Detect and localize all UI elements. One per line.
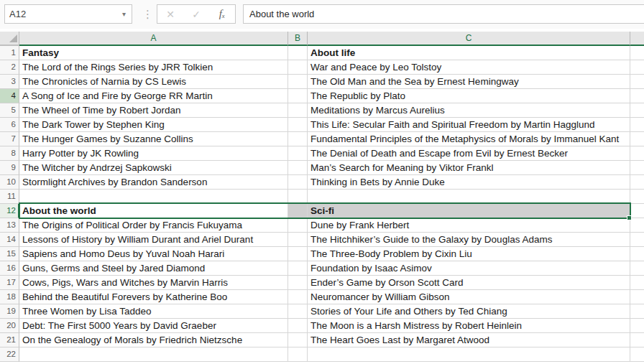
- row-header-16[interactable]: 16: [0, 261, 19, 276]
- cell-A21[interactable]: On the Genealogy of Morals by Friedrich …: [19, 333, 288, 347]
- cell-D13[interactable]: [630, 218, 644, 233]
- row-header-9[interactable]: 9: [0, 161, 19, 175]
- cell-D15[interactable]: [630, 247, 644, 261]
- cell-D17[interactable]: [630, 276, 644, 290]
- row-header-6[interactable]: 6: [0, 118, 19, 132]
- cell-D1[interactable]: [630, 46, 644, 60]
- cell-A18[interactable]: Behind the Beautiful Forevers by Katheri…: [19, 290, 288, 304]
- cell-B7[interactable]: [288, 132, 308, 146]
- cell-A5[interactable]: The Wheel of Time by Robert Jordan: [19, 103, 288, 118]
- cell-A20[interactable]: Debt: The First 5000 Years by David Grae…: [19, 319, 288, 333]
- cell-C4[interactable]: The Republic by Plato: [308, 89, 630, 103]
- name-box[interactable]: A12 ▾: [4, 4, 132, 24]
- row-header-18[interactable]: 18: [0, 290, 19, 304]
- cell-A9[interactable]: The Witcher by Andrzej Sapkowski: [19, 161, 288, 175]
- column-header-sliver[interactable]: [630, 32, 644, 46]
- cell-A4[interactable]: A Song of Ice and Fire by George RR Mart…: [19, 89, 288, 103]
- row-header-21[interactable]: 21: [0, 333, 19, 347]
- cell-C13[interactable]: Dune by Frank Herbert: [308, 218, 630, 233]
- cell-A10[interactable]: Stormlight Archives by Brandon Sanderson: [19, 175, 288, 190]
- cell-C10[interactable]: Thinking in Bets by Annie Duke: [308, 175, 630, 190]
- cell-A8[interactable]: Harry Potter by JK Rowling: [19, 146, 288, 161]
- row-header-19[interactable]: 19: [0, 304, 19, 319]
- cell-B19[interactable]: [288, 304, 308, 319]
- cell-C21[interactable]: The Heart Goes Last by Margaret Atwood: [308, 333, 630, 347]
- cell-B5[interactable]: [288, 103, 308, 118]
- cell-A3[interactable]: The Chronicles of Narnia by CS Lewis: [19, 75, 288, 89]
- cell-A11[interactable]: [19, 190, 288, 204]
- cell-D11[interactable]: [630, 190, 644, 204]
- cell-D10[interactable]: [630, 175, 644, 190]
- cancel-icon[interactable]: ✕: [157, 5, 183, 23]
- cell-B3[interactable]: [288, 75, 308, 89]
- cell-D9[interactable]: [630, 161, 644, 175]
- select-all-button[interactable]: [0, 32, 19, 46]
- cell-D14[interactable]: [630, 233, 644, 247]
- row-header-20[interactable]: 20: [0, 319, 19, 333]
- cell-C15[interactable]: The Three-Body Problem by Cixin Liu: [308, 247, 630, 261]
- cell-C8[interactable]: The Denial of Death and Escape from Evil…: [308, 146, 630, 161]
- cell-B15[interactable]: [288, 247, 308, 261]
- cell-B13[interactable]: [288, 218, 308, 233]
- cell-D16[interactable]: [630, 261, 644, 276]
- cell-D20[interactable]: [630, 319, 644, 333]
- cell-C5[interactable]: Meditations by Marcus Aurelius: [308, 103, 630, 118]
- cell-A7[interactable]: The Hunger Games by Suzanne Collins: [19, 132, 288, 146]
- row-header-3[interactable]: 3: [0, 75, 19, 89]
- insert-function-icon[interactable]: fₓ: [209, 5, 235, 23]
- cell-C22[interactable]: [308, 347, 630, 362]
- cell-A13[interactable]: The Origins of Political Order by Franci…: [19, 218, 288, 233]
- cell-A14[interactable]: Lessons of History by William Durant and…: [19, 233, 288, 247]
- cell-C3[interactable]: The Old Man and the Sea by Ernest Heming…: [308, 75, 630, 89]
- column-header-C[interactable]: C: [308, 32, 630, 46]
- row-header-8[interactable]: 8: [0, 146, 19, 161]
- row-header-17[interactable]: 17: [0, 276, 19, 290]
- row-header-5[interactable]: 5: [0, 103, 19, 118]
- cell-A16[interactable]: Guns, Germs and Steel by Jared Diamond: [19, 261, 288, 276]
- cell-B17[interactable]: [288, 276, 308, 290]
- cell-C7[interactable]: Fundamental Principles of the Metaphysic…: [308, 132, 630, 146]
- cell-D18[interactable]: [630, 290, 644, 304]
- row-header-1[interactable]: 1: [0, 46, 19, 60]
- cell-C16[interactable]: Foundation by Isaac Asimov: [308, 261, 630, 276]
- column-header-A[interactable]: A: [19, 32, 288, 46]
- cell-D7[interactable]: [630, 132, 644, 146]
- cell-D6[interactable]: [630, 118, 644, 132]
- cell-D22[interactable]: [630, 347, 644, 362]
- cell-B12[interactable]: [288, 204, 308, 218]
- cell-D8[interactable]: [630, 146, 644, 161]
- cell-B16[interactable]: [288, 261, 308, 276]
- cell-D4[interactable]: [630, 89, 644, 103]
- cell-C6[interactable]: This Life: Secular Faith and Spiritual F…: [308, 118, 630, 132]
- row-header-4[interactable]: 4: [0, 89, 19, 103]
- row-header-10[interactable]: 10: [0, 175, 19, 190]
- cell-C2[interactable]: War and Peace by Leo Tolstoy: [308, 60, 630, 75]
- cell-D3[interactable]: [630, 75, 644, 89]
- cell-A12[interactable]: About the world: [19, 204, 288, 218]
- row-header-11[interactable]: 11: [0, 190, 19, 204]
- cell-C17[interactable]: Ender’s Game by Orson Scott Card: [308, 276, 630, 290]
- cell-C11[interactable]: [308, 190, 630, 204]
- row-header-2[interactable]: 2: [0, 60, 19, 75]
- cell-B6[interactable]: [288, 118, 308, 132]
- cell-A6[interactable]: The Dark Tower by Stephen King: [19, 118, 288, 132]
- name-box-resize-handle[interactable]: ⋮: [142, 6, 151, 23]
- cell-D19[interactable]: [630, 304, 644, 319]
- row-header-15[interactable]: 15: [0, 247, 19, 261]
- cell-C1[interactable]: About life: [308, 46, 630, 60]
- cell-C18[interactable]: Neuromancer by William Gibson: [308, 290, 630, 304]
- cell-B18[interactable]: [288, 290, 308, 304]
- column-header-B[interactable]: B: [288, 32, 308, 46]
- cell-B14[interactable]: [288, 233, 308, 247]
- enter-icon[interactable]: ✓: [183, 5, 209, 23]
- cell-C12[interactable]: Sci-fi: [308, 204, 630, 218]
- cell-B20[interactable]: [288, 319, 308, 333]
- cell-C9[interactable]: Man’s Search for Meaning by Viktor Frank…: [308, 161, 630, 175]
- cell-B4[interactable]: [288, 89, 308, 103]
- cell-A2[interactable]: The Lord of the Rings Series by JRR Tolk…: [19, 60, 288, 75]
- cell-B21[interactable]: [288, 333, 308, 347]
- cell-B10[interactable]: [288, 175, 308, 190]
- cell-A15[interactable]: Sapiens and Homo Deus by Yuval Noah Hara…: [19, 247, 288, 261]
- cell-B9[interactable]: [288, 161, 308, 175]
- cell-A17[interactable]: Cows, Pigs, Wars and Witches by Marvin H…: [19, 276, 288, 290]
